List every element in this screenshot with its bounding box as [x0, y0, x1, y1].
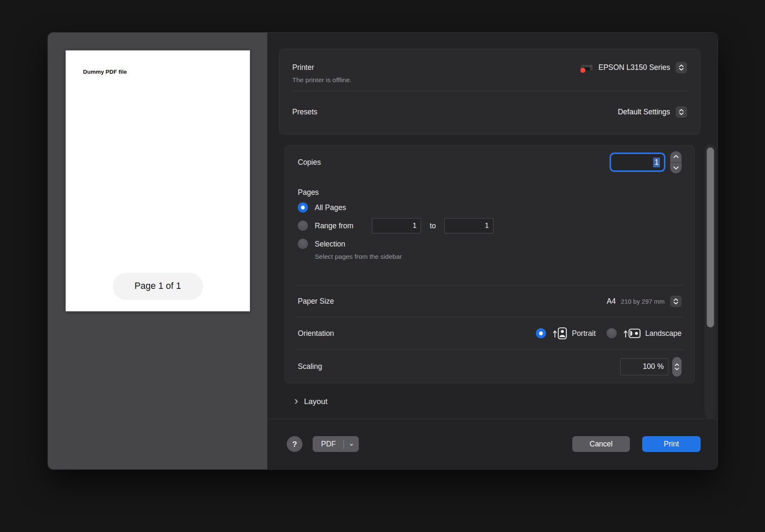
print-button[interactable]: Print [642, 436, 701, 452]
disclosure-chevron-icon: › [294, 395, 298, 406]
paper-size-value: A4 [607, 297, 615, 306]
screen: Dummy PDF file Page 1 of 1 Printer [0, 0, 765, 532]
copies-input[interactable]: 1 [611, 154, 664, 170]
pages-label: Pages [298, 179, 682, 197]
paper-size-row: Paper Size A4 210 by 297 mm [285, 285, 694, 317]
presets-label: Presets [292, 108, 317, 116]
print-label: Print [664, 440, 679, 449]
chevron-up-icon [674, 363, 679, 366]
paper-size-popup-button[interactable] [670, 296, 682, 307]
print-preview-pane: Dummy PDF file Page 1 of 1 [48, 33, 267, 469]
help-icon: ? [292, 440, 297, 449]
presets-row: Presets Default Settings [292, 91, 687, 133]
all-pages-option[interactable]: All Pages [298, 202, 682, 213]
selection-radio[interactable] [298, 239, 308, 249]
printer-card: Printer EPSON L3150 Series [279, 49, 700, 135]
range-option[interactable]: Range from to [298, 218, 682, 233]
portrait-label: Portrait [572, 329, 596, 338]
scrollbar-thumb[interactable] [707, 147, 714, 327]
selection-hint: Select pages from the sidebar [315, 253, 682, 260]
copies-label: Copies [298, 158, 321, 167]
printer-label: Printer [292, 63, 314, 72]
help-button[interactable]: ? [287, 436, 302, 452]
chevron-down-icon [674, 367, 679, 371]
landscape-radio[interactable] [607, 328, 617, 338]
copies-row: Copies 1 [285, 146, 694, 179]
layout-label: Layout [304, 397, 328, 406]
presets-value: Default Settings [618, 108, 670, 116]
cancel-button[interactable]: Cancel [572, 436, 630, 452]
print-settings-pane: Printer EPSON L3150 Series [267, 33, 718, 469]
range-from-input[interactable] [372, 218, 421, 233]
page-indicator-label: Page 1 of 1 [135, 281, 181, 291]
document-text: Dummy PDF file [83, 69, 127, 75]
portrait-option[interactable]: Portrait [536, 327, 596, 340]
chevron-up-icon [673, 155, 679, 158]
print-dialog-window: Dummy PDF file Page 1 of 1 Printer [48, 33, 718, 469]
paper-size-label: Paper Size [298, 297, 334, 306]
scaling-input[interactable]: 100 % [620, 358, 668, 375]
copies-value: 1 [653, 158, 660, 167]
selection-option[interactable]: Selection [298, 239, 682, 249]
page-preview: Dummy PDF file Page 1 of 1 [66, 50, 250, 311]
portrait-radio[interactable] [536, 328, 546, 338]
printer-value: EPSON L3150 Series [599, 63, 670, 72]
printer-popup-button[interactable] [676, 62, 687, 73]
landscape-label: Landscape [645, 329, 682, 338]
scaling-row: Scaling 100 % [285, 350, 694, 383]
layout-disclosure[interactable]: › Layout [294, 396, 327, 407]
paper-size-detail: 210 by 297 mm [621, 298, 665, 305]
landscape-option[interactable]: Landscape [607, 327, 682, 340]
orientation-row: Orientation Portrait [285, 317, 694, 349]
up-down-chevrons-icon [678, 64, 685, 71]
selection-label: Selection [315, 240, 345, 249]
pdf-menu-button[interactable]: PDF ⌄ [313, 436, 359, 452]
scaling-stepper[interactable] [672, 357, 682, 377]
scaling-value: 100 % [643, 362, 664, 371]
settings-card: Copies 1 Page [285, 145, 695, 383]
range-to-input[interactable] [444, 218, 493, 233]
landscape-orientation-icon [623, 327, 641, 340]
scaling-label: Scaling [298, 362, 322, 371]
range-to-label: to [430, 222, 436, 230]
chevron-down-icon [673, 166, 679, 170]
range-from-label: Range from [315, 222, 353, 230]
all-pages-label: All Pages [315, 203, 346, 212]
presets-popup-button[interactable] [676, 106, 687, 118]
pages-section: Pages All Pages Range from to Se [285, 179, 694, 285]
pdf-label: PDF [313, 440, 344, 449]
up-down-chevrons-icon [673, 298, 679, 305]
footer-bar: ? PDF ⌄ Cancel Print [267, 419, 718, 469]
printer-row: Printer EPSON L3150 Series [292, 49, 687, 75]
printer-status: The printer is offline. [292, 76, 687, 84]
page-indicator: Page 1 of 1 [114, 273, 202, 299]
chevron-down-icon: ⌄ [344, 439, 359, 447]
up-down-chevrons-icon [678, 108, 685, 116]
copies-stepper[interactable] [670, 151, 682, 173]
stepper-up-button[interactable] [670, 151, 682, 163]
range-radio[interactable] [298, 221, 308, 231]
orientation-label: Orientation [298, 329, 334, 338]
portrait-orientation-icon [552, 327, 568, 340]
cancel-label: Cancel [590, 440, 613, 449]
stepper-down-button[interactable] [670, 163, 682, 174]
scrollbar-track[interactable] [704, 144, 716, 418]
printer-icon [579, 61, 594, 74]
all-pages-radio[interactable] [298, 202, 308, 213]
